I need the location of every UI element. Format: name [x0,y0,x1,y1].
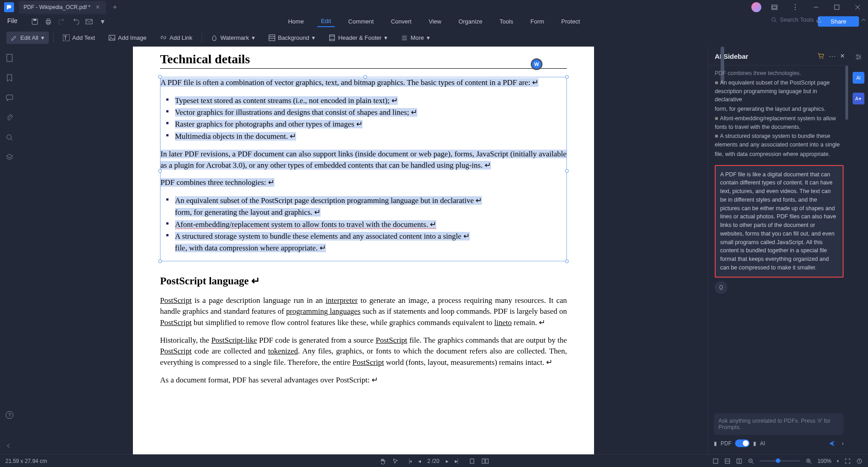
ai-mode-label: AI [760,440,765,447]
select-tool-icon[interactable] [392,458,398,464]
svg-line-28 [11,139,13,141]
collapse-ribbon-icon[interactable] [861,17,866,23]
next-page-icon[interactable]: ▸ [446,458,448,464]
fit-page-icon[interactable] [469,458,475,464]
share-button[interactable]: Share [818,16,859,27]
paragraph: Historically, the PostScript-like PDF co… [160,335,567,368]
zoom-level[interactable]: 100% [817,458,831,464]
svg-point-12 [772,18,775,21]
open-external-icon[interactable] [816,16,823,24]
fit-spread-icon[interactable] [481,458,489,464]
svg-point-34 [859,57,861,58]
heading-postscript: PostScript language ↵ [160,275,567,287]
add-text-button[interactable]: TAdd Text [58,32,99,44]
print-icon[interactable] [43,17,53,27]
file-menu[interactable]: File [7,17,18,24]
ai-chat-input[interactable]: Ask anything unrelated to PDFs. Press '#… [714,413,844,435]
next-icon[interactable]: › [842,440,844,447]
view-mode-1-icon[interactable] [712,458,719,464]
menu-tools[interactable]: Tools [496,16,517,27]
menu-home[interactable]: Home [284,16,307,27]
background-button[interactable]: Background▾ [264,32,320,44]
help-icon[interactable]: ? [5,411,14,419]
close-tab-icon[interactable]: × [94,4,101,11]
menu-view[interactable]: View [425,16,445,27]
add-link-button[interactable]: Add Link [156,32,197,44]
svg-rect-7 [33,19,36,21]
paragraph: PostScript is a page description languag… [160,295,567,329]
first-page-icon[interactable]: ⎹◂ [405,458,412,464]
attachments-icon[interactable] [5,113,14,122]
cart-icon[interactable] [817,52,824,61]
pdf-ai-toggle[interactable] [735,439,750,447]
zoom-slider[interactable] [760,460,800,462]
thumbnails-icon[interactable] [5,54,14,62]
window-frame-icon[interactable] [764,0,785,14]
ai-sidebar: AI Sidebar ⋯ × PDF combines three techno… [708,47,849,454]
more-options-icon[interactable]: ⋯ [829,52,836,61]
close-window-button[interactable] [847,0,868,14]
bookmarks-icon[interactable] [5,74,14,82]
watermark-badge[interactable]: W [531,58,542,70]
search-tools[interactable]: Search Tools [771,16,814,23]
svg-point-17 [110,37,111,38]
tab-title: PDF - Wikipedia_OCR.pdf * [24,4,90,10]
redo-icon[interactable] [71,17,80,27]
send-icon[interactable] [828,440,835,447]
more-menu-icon[interactable]: ⋮ [785,0,806,14]
svg-rect-36 [470,459,474,463]
page: Technical details A PDF file is often a … [133,47,594,454]
zoom-out-icon[interactable] [748,458,754,464]
menu-convert[interactable]: Convert [387,16,415,27]
menu-comment[interactable]: Comment [344,16,377,27]
edit-all-button[interactable]: Edit All▾ [6,32,49,44]
hand-tool-icon[interactable] [379,458,386,464]
search-placeholder: Search Tools [780,16,814,23]
menu-form[interactable]: Form [527,16,547,27]
status-dimensions: 21.59 x 27.94 cm [5,458,47,464]
undo-icon[interactable] [57,17,67,27]
watermark-button[interactable]: Watermark▾ [207,32,259,44]
svg-line-13 [775,21,777,23]
maximize-button[interactable] [826,0,847,14]
document-viewport[interactable]: Technical details A PDF file is often a … [19,47,708,454]
close-sidebar-icon[interactable]: × [840,52,844,61]
app-icon [0,2,18,12]
menu-protect[interactable]: Protect [558,16,584,27]
settings-icon[interactable] [853,51,864,63]
svg-point-31 [820,58,821,59]
menu-organize[interactable]: Organize [455,16,486,27]
svg-line-50 [810,462,811,464]
sidebar-scrollbar[interactable] [845,66,848,120]
new-tab-button[interactable]: + [110,3,119,12]
mail-icon[interactable] [84,17,94,27]
minimize-button[interactable] [806,0,826,14]
reading-mode-icon[interactable] [856,458,863,464]
header-footer-button[interactable]: Header & Footer▾ [324,32,392,44]
comments-icon[interactable] [5,94,14,102]
svg-rect-3 [835,5,839,9]
last-page-icon[interactable]: ▸⎸ [455,458,462,464]
qat-chevron-icon[interactable]: ▾ [98,17,108,27]
fullscreen-icon[interactable] [844,458,851,464]
idea-icon[interactable] [715,281,727,294]
view-mode-2-icon[interactable] [724,458,731,464]
avatar[interactable] [751,2,761,12]
svg-text:T: T [64,35,67,41]
menu-edit[interactable]: Edit [317,16,335,27]
more-button[interactable]: More▾ [396,32,434,44]
prev-page-icon[interactable]: ◂ [418,458,421,464]
view-mode-3-icon[interactable] [736,458,742,464]
file-tab[interactable]: PDF - Wikipedia_OCR.pdf * × [19,1,106,14]
svg-rect-1 [773,6,776,9]
page-indicator[interactable]: 2 /20 [427,458,439,464]
add-image-button[interactable]: Add Image [104,32,151,44]
ai-sidebar-icon[interactable]: AI [853,72,864,84]
search-icon[interactable] [5,133,14,142]
layers-icon[interactable] [5,153,14,161]
save-icon[interactable] [30,17,40,27]
zoom-in-icon[interactable] [806,458,812,464]
ai-tool-icon[interactable]: A✦ [853,93,864,104]
svg-rect-19 [330,35,335,41]
collapse-left-icon[interactable] [5,443,12,449]
